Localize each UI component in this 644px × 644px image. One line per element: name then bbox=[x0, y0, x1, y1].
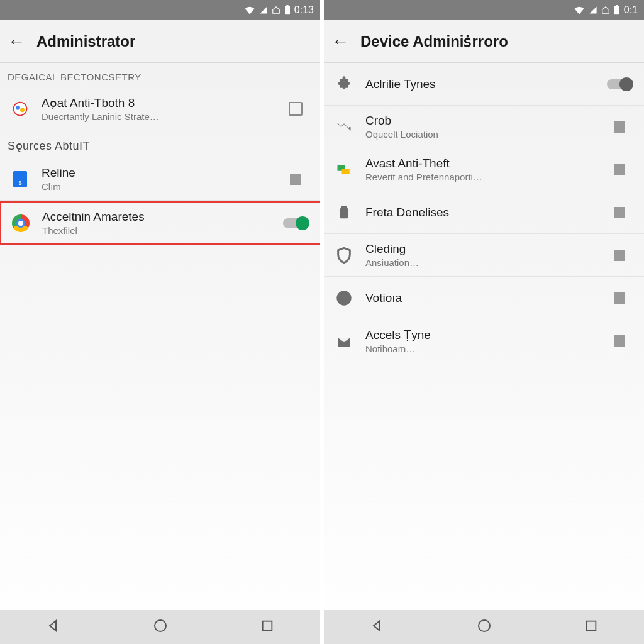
list-item-votiora[interactable]: Votioıa bbox=[324, 277, 644, 319]
list-item-accels[interactable]: Accels Ṭyne Notiboam… bbox=[324, 319, 644, 362]
nav-bar bbox=[324, 610, 644, 644]
screen-right: 0:1 ← Device Adminiṡrroro Aclrilie Tynes… bbox=[324, 0, 644, 644]
item-title: Accels Ṭyne bbox=[365, 328, 594, 342]
home-icon bbox=[272, 6, 280, 14]
avast-color-icon bbox=[333, 158, 355, 181]
section-label-2: Sǫurces AbtuIT bbox=[0, 130, 320, 158]
item-subtitle: Reverit and Prefennaporti… bbox=[365, 172, 594, 182]
toggle[interactable] bbox=[604, 79, 635, 89]
checkbox[interactable] bbox=[604, 164, 635, 175]
status-time: 0:1 bbox=[624, 4, 638, 16]
svg-rect-7 bbox=[614, 6, 619, 15]
svg-rect-1 bbox=[286, 5, 288, 6]
item-subtitle: Duecrtantly Laninic Strate… bbox=[42, 111, 270, 122]
check-arrow-icon bbox=[333, 116, 355, 138]
svg-rect-16 bbox=[586, 621, 596, 631]
header: ← Administrator bbox=[0, 20, 320, 63]
svg-point-3 bbox=[16, 105, 20, 109]
screen-left: 0:13 ← Administrator DEGAICAL BECTONCSET… bbox=[0, 0, 320, 644]
wifi-icon bbox=[244, 6, 255, 14]
page-title: Administrator bbox=[36, 33, 135, 50]
battery-icon bbox=[614, 5, 620, 15]
nav-home-icon[interactable] bbox=[153, 618, 168, 636]
shield-icon bbox=[333, 244, 355, 267]
list-item-crob[interactable]: Crob Oqucelt Lociation bbox=[324, 106, 644, 148]
back-icon[interactable]: ← bbox=[331, 31, 349, 52]
svg-rect-0 bbox=[285, 6, 290, 15]
signal-icon bbox=[589, 6, 597, 14]
jar-icon bbox=[333, 201, 355, 224]
chrome-icon bbox=[9, 212, 32, 235]
item-subtitle: Thexfilel bbox=[42, 225, 270, 236]
checkbox[interactable] bbox=[604, 335, 635, 347]
item-title: Crob bbox=[365, 114, 594, 128]
signal-icon bbox=[259, 6, 268, 14]
nav-bar bbox=[0, 610, 320, 644]
section-label-1: DEGAICAL BECTONCSETRY bbox=[0, 63, 320, 87]
item-title: Reline bbox=[42, 166, 270, 180]
avast-icon bbox=[9, 97, 31, 120]
header: ← Device Adminiṡrroro bbox=[324, 20, 644, 63]
svg-point-15 bbox=[479, 620, 490, 631]
battery-icon bbox=[284, 5, 291, 15]
item-subtitle: Ansiuation… bbox=[365, 257, 594, 268]
item-title: Freta Denelises bbox=[365, 206, 594, 219]
item-title: Aǫat Anti-Tbοth 8 bbox=[42, 96, 270, 110]
checkbox[interactable] bbox=[280, 174, 311, 185]
list-item-avast[interactable]: Aǫat Anti-Tbοth 8 Duecrtantly Laninic St… bbox=[0, 87, 320, 130]
svg-rect-12 bbox=[341, 206, 347, 208]
nav-back-icon[interactable] bbox=[370, 618, 385, 636]
target-icon bbox=[333, 287, 355, 309]
back-icon[interactable]: ← bbox=[8, 31, 25, 52]
list-item-acceltn-highlighted[interactable]: Acceltnin Amaretes Thexfilel bbox=[0, 201, 320, 245]
inbox-icon bbox=[333, 330, 355, 352]
item-title: Aclrilie Tynes bbox=[365, 77, 594, 91]
list-item-reline[interactable]: s Reline Clım bbox=[0, 158, 320, 201]
toggle[interactable] bbox=[280, 218, 311, 228]
item-title: Avast Anti-Theft bbox=[365, 157, 594, 170]
nav-back-icon[interactable] bbox=[46, 618, 61, 636]
svg-point-5 bbox=[155, 620, 166, 631]
svg-rect-8 bbox=[616, 5, 618, 6]
svg-rect-11 bbox=[340, 208, 348, 218]
svg-point-2 bbox=[14, 102, 27, 115]
home-icon bbox=[601, 6, 610, 14]
status-bar: 0:13 bbox=[0, 0, 320, 20]
svg-point-4 bbox=[20, 108, 25, 112]
item-title: Cleding bbox=[365, 242, 594, 256]
nav-home-icon[interactable] bbox=[477, 618, 492, 636]
checkbox[interactable] bbox=[280, 102, 311, 116]
page-title: Device Adminiṡrroro bbox=[360, 33, 508, 50]
list-item-freta[interactable]: Freta Denelises bbox=[324, 191, 644, 234]
list-item-cleding[interactable]: Cleding Ansiuation… bbox=[324, 234, 644, 277]
svg-rect-10 bbox=[342, 169, 350, 174]
svg-rect-6 bbox=[262, 621, 272, 631]
nav-recent-icon[interactable] bbox=[584, 619, 598, 635]
doc-icon: s bbox=[9, 168, 31, 191]
item-subtitle: Notiboam… bbox=[365, 343, 594, 354]
status-bar: 0:1 bbox=[324, 0, 644, 20]
item-title: Acceltnin Amaretes bbox=[42, 210, 270, 224]
svg-point-14 bbox=[341, 295, 347, 301]
list-item-aclrilie[interactable]: Aclrilie Tynes bbox=[324, 63, 644, 106]
checkbox[interactable] bbox=[604, 207, 635, 218]
list-item-avast-antitheft[interactable]: Avast Anti-Theft Reverit and Prefennapor… bbox=[324, 148, 644, 191]
puzzle-icon bbox=[333, 73, 355, 96]
item-subtitle: Oqucelt Lociation bbox=[365, 129, 594, 140]
status-time: 0:13 bbox=[294, 4, 314, 16]
checkbox[interactable] bbox=[604, 121, 635, 133]
wifi-icon bbox=[574, 6, 585, 14]
item-subtitle: Clım bbox=[42, 181, 270, 192]
checkbox[interactable] bbox=[604, 292, 635, 304]
nav-recent-icon[interactable] bbox=[260, 619, 274, 635]
checkbox[interactable] bbox=[604, 250, 635, 261]
item-title: Votioıa bbox=[365, 291, 594, 305]
